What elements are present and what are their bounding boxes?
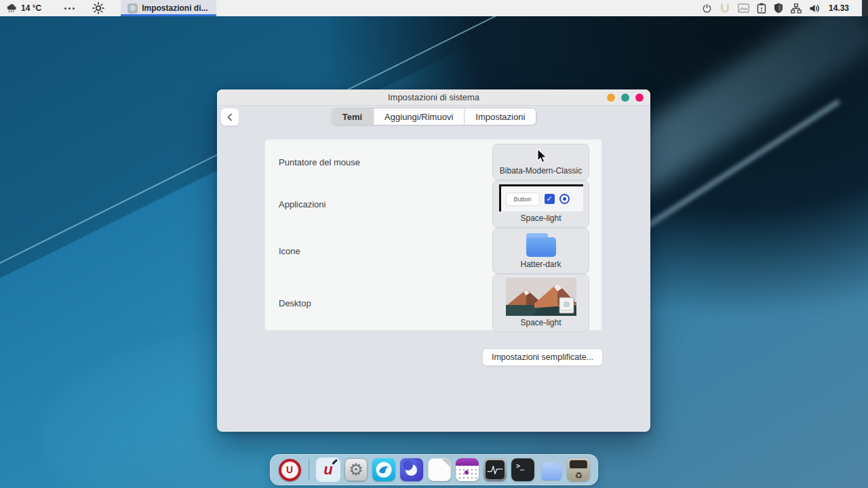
desktop: 14 °C ⚙ Impostazioni di...	[0, 0, 868, 488]
desktop-theme-button[interactable]: Space-light	[492, 274, 589, 332]
theme-value: Space-light	[520, 318, 561, 327]
dock-settings[interactable]: ⚙	[343, 457, 369, 483]
row-desktop: Desktop	[279, 274, 589, 332]
weather-cloud-icon	[6, 3, 18, 13]
row-label: Applicazioni	[279, 199, 326, 209]
power-icon[interactable]	[702, 3, 712, 14]
dock-files[interactable]	[538, 457, 564, 483]
cursor-arrow-icon	[534, 148, 549, 164]
simplified-settings-button[interactable]: Impostazioni semplificate...	[482, 348, 603, 366]
theme-value: Space-light	[520, 214, 561, 223]
tab-bar: Temi Aggiungi/Rimuovi Impostazioni	[331, 108, 537, 125]
dock-terminal[interactable]: >_	[510, 457, 536, 483]
row-applications: Applicazioni Button ✓ Space-light	[279, 180, 589, 228]
applications-theme-button[interactable]: Button ✓ Space-light	[492, 180, 589, 228]
taskbar-active-window[interactable]: ⚙ Impostazioni di...	[121, 0, 216, 16]
browser-icon	[372, 458, 395, 481]
dock-app-launcher[interactable]: U	[277, 457, 302, 483]
dock-system-monitor[interactable]	[482, 457, 508, 483]
calendar-icon	[456, 458, 479, 481]
notes-icon	[428, 458, 451, 481]
sample-button: Button	[506, 192, 540, 206]
row-label: Desktop	[279, 298, 311, 308]
settings-window: Impostazioni di sistema Temi Aggiungi/Ri…	[217, 89, 650, 432]
window-toolbar: Temi Aggiungi/Rimuovi Impostazioni	[217, 106, 650, 130]
window-titlebar[interactable]: Impostazioni di sistema	[217, 89, 650, 106]
theme-value: Bibata-Modern-Classic	[500, 166, 582, 176]
weather-temp: 14 °C	[21, 3, 41, 13]
dock-text-tool[interactable]: u	[315, 457, 341, 483]
dock-mail[interactable]	[399, 457, 425, 483]
maximize-button[interactable]	[621, 94, 629, 102]
show-desktop-button[interactable]	[862, 0, 868, 16]
settings-gear-icon: ⚙	[127, 3, 138, 14]
settings-gear-icon: ⚙	[344, 458, 368, 481]
sun-icon	[92, 2, 104, 14]
dock-notes[interactable]	[427, 457, 452, 483]
dock-browser[interactable]	[371, 457, 397, 483]
screenshot-icon[interactable]	[738, 3, 749, 13]
mouse-pointer-theme-button[interactable]: Bibata-Modern-Classic	[492, 144, 589, 180]
minimize-button[interactable]	[607, 94, 615, 102]
row-label: Icone	[279, 246, 300, 256]
sample-checkbox-icon: ✓	[545, 194, 555, 204]
mountain-wallpaper-thumbnail	[506, 278, 576, 316]
clipboard-icon[interactable]	[757, 3, 766, 14]
row-icons: Icone Hatter-dark	[279, 228, 589, 274]
top-panel: 14 °C ⚙ Impostazioni di...	[0, 0, 868, 16]
chevron-left-icon	[226, 113, 234, 122]
volume-icon[interactable]	[809, 3, 821, 14]
brightness-icon[interactable]	[84, 0, 113, 16]
folder-icon	[526, 232, 557, 258]
window-title: Impostazioni di sistema	[388, 92, 479, 102]
ulauncher-icon[interactable]	[719, 3, 730, 14]
back-button[interactable]	[220, 108, 239, 126]
clock[interactable]: 14.33	[828, 3, 849, 13]
trash-icon: ♻	[567, 458, 590, 481]
close-button[interactable]	[635, 94, 644, 102]
tab-aggiungi-rimuovi[interactable]: Aggiungi/Rimuovi	[373, 108, 464, 125]
tab-impostazioni[interactable]: Impostazioni	[464, 108, 536, 125]
launcher-logo-icon: U	[279, 459, 301, 481]
widget-sample-preview: Button ✓	[499, 184, 583, 211]
dock: U u ⚙	[270, 454, 598, 485]
files-folder-icon	[539, 458, 562, 481]
active-window-title: Impostazioni di...	[142, 3, 208, 13]
row-mouse-pointer: Puntatore del mouse Bibata-Modern-Classi…	[279, 144, 589, 180]
window-controls	[607, 89, 644, 105]
tab-temi[interactable]: Temi	[332, 108, 373, 125]
sample-radio-icon	[559, 194, 570, 204]
terminal-icon: >_	[511, 458, 534, 481]
shield-icon[interactable]	[774, 3, 783, 14]
dock-calendar[interactable]	[454, 457, 480, 483]
system-monitor-icon	[484, 458, 507, 481]
weather-widget[interactable]: 14 °C	[0, 0, 48, 16]
icons-theme-button[interactable]: Hatter-dark	[492, 228, 589, 274]
panel-overflow-menu[interactable]	[48, 7, 84, 9]
text-tool-icon: u	[323, 462, 332, 477]
dock-separator	[309, 460, 309, 480]
dock-trash[interactable]: ♻	[566, 457, 591, 483]
themes-panel: Puntatore del mouse Bibata-Modern-Classi…	[264, 139, 602, 331]
row-label: Puntatore del mouse	[279, 157, 360, 167]
network-icon[interactable]	[791, 3, 802, 14]
mail-icon	[400, 458, 423, 481]
theme-value: Hatter-dark	[520, 260, 561, 269]
